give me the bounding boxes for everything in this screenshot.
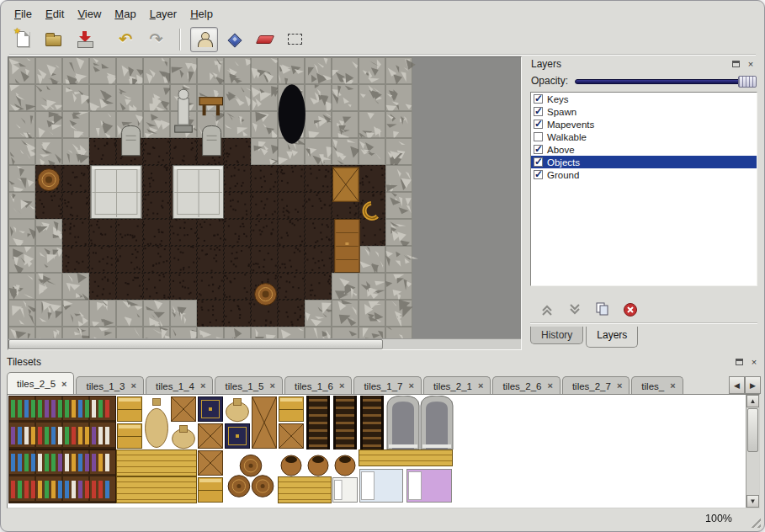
scroll-tabs-right-button[interactable]: ▶	[745, 376, 761, 394]
tileset-tab[interactable]: tiles_2_6 ×	[492, 376, 560, 395]
tileset-tab[interactable]: tiles_2_7 ×	[562, 376, 630, 395]
layer-visibility-checkbox[interactable]	[534, 170, 543, 179]
window-resize-grip[interactable]	[748, 515, 761, 528]
stamp-tool-button[interactable]	[190, 27, 218, 52]
save-button[interactable]	[70, 27, 98, 52]
stamp-tool-icon	[197, 32, 212, 47]
tileset-tab[interactable]: tiles_1_4 ×	[146, 376, 213, 395]
layer-visibility-checkbox[interactable]	[534, 157, 543, 167]
layer-row[interactable]: Above	[531, 143, 757, 156]
tilesets-panel-title: Tilesets	[7, 356, 730, 368]
tileset-tab[interactable]: tiles_ ×	[631, 376, 683, 395]
menu-item[interactable]: Layer	[143, 6, 184, 22]
layers-panel-title: Layers	[531, 58, 726, 70]
layers-panel-tabs: History Layers	[530, 327, 640, 348]
layer-row[interactable]: Mapevents	[531, 118, 757, 130]
scroll-up-button[interactable]: ▲	[746, 395, 759, 407]
tab-close-icon[interactable]: ×	[478, 381, 483, 391]
tab-close-icon[interactable]: ×	[617, 381, 622, 391]
layer-visibility-checkbox[interactable]	[534, 120, 543, 129]
layer-row[interactable]: Ground	[531, 168, 757, 181]
layer-row[interactable]: Spawn	[531, 105, 757, 118]
new-file-button[interactable]	[9, 27, 37, 52]
tileset-tab-scroll: ◀ ▶	[729, 376, 761, 394]
panel-tab[interactable]: Layers	[586, 327, 638, 348]
undo-icon: ↶	[120, 31, 133, 47]
layer-row[interactable]: Keys	[531, 93, 757, 105]
scroll-down-button[interactable]: ▼	[746, 495, 759, 508]
float-panel-icon[interactable]	[733, 357, 745, 368]
tab-close-icon[interactable]: ×	[61, 380, 66, 389]
open-button[interactable]	[40, 27, 67, 52]
menu-item[interactable]: File	[8, 6, 39, 22]
fill-tool-icon	[227, 33, 242, 47]
new-file-icon	[17, 31, 29, 47]
tileset-tab[interactable]: tiles_1_3 ×	[76, 376, 143, 395]
down-arrow-icon: ▼	[750, 497, 757, 505]
layer-row[interactable]: Walkable	[531, 130, 757, 143]
tab-close-icon[interactable]: ×	[339, 381, 344, 391]
layer-label: Above	[547, 145, 575, 155]
tileset-tab[interactable]: tiles_1_7 ×	[353, 376, 421, 395]
panel-tab[interactable]: History	[530, 327, 583, 344]
tileset-tab-label: tiles_1_4	[156, 381, 194, 391]
tileset-content[interactable]: ▲ ▼	[7, 394, 760, 508]
move-layer-up-button[interactable]	[537, 300, 557, 320]
tilesets-panel-header: Tilesets ×	[4, 354, 762, 370]
tab-close-icon[interactable]: ×	[670, 381, 675, 391]
tileset-vscrollbar-thumb[interactable]	[747, 408, 758, 452]
close-panel-icon[interactable]: ×	[748, 357, 760, 368]
menu-item[interactable]: View	[71, 6, 108, 22]
float-panel-icon[interactable]	[730, 59, 741, 70]
layer-visibility-checkbox[interactable]	[534, 132, 543, 141]
menu-item[interactable]: Help	[183, 6, 220, 22]
tileset-tabbar: tiles_2_5 × tiles_1_3 × tiles_1_4 × tile…	[7, 372, 727, 395]
map-hscrollbar-thumb[interactable]	[8, 339, 383, 349]
tileset-tab[interactable]: tiles_2_1 ×	[423, 376, 491, 395]
app-window: File Edit View Map Layer Help ↶ ↷ Laye	[0, 0, 765, 532]
fill-tool-button[interactable]	[220, 27, 248, 52]
layer-toolbar	[530, 296, 757, 323]
layer-label: Walkable	[547, 132, 587, 142]
duplicate-layer-button[interactable]	[592, 300, 613, 320]
layer-row[interactable]: Objects	[531, 156, 757, 168]
tileset-canvas[interactable]	[8, 396, 741, 507]
map-hscrollbar[interactable]	[8, 338, 521, 349]
opacity-slider-grip[interactable]	[738, 76, 757, 88]
scroll-tabs-left-button[interactable]: ◀	[729, 376, 745, 394]
layer-list: Keys Spawn Mapevents Walkable	[530, 92, 757, 286]
layer-visibility-checkbox[interactable]	[534, 145, 543, 154]
map-view[interactable]	[8, 56, 522, 350]
move-layer-down-button[interactable]	[565, 300, 585, 320]
menu-item[interactable]: Map	[108, 6, 142, 22]
tileset-tab[interactable]: tiles_1_5 ×	[215, 376, 282, 395]
delete-layer-button[interactable]	[620, 300, 640, 320]
tileset-tab-label: tiles_1_7	[364, 381, 402, 391]
tileset-tab[interactable]: tiles_1_6 ×	[284, 376, 352, 395]
redo-icon: ↷	[150, 31, 163, 47]
layer-label: Ground	[547, 170, 579, 180]
tab-close-icon[interactable]: ×	[131, 381, 136, 391]
tileset-vscrollbar[interactable]: ▲ ▼	[746, 395, 759, 508]
layer-visibility-checkbox[interactable]	[534, 107, 543, 116]
close-panel-icon[interactable]: ×	[745, 59, 757, 70]
eraser-tool-button[interactable]	[251, 27, 279, 52]
map-canvas[interactable]	[8, 57, 521, 338]
menu-bar: File Edit View Map Layer Help	[8, 4, 220, 23]
select-tool-button[interactable]	[281, 27, 309, 52]
tileset-tab-label: tiles_2_5	[17, 379, 56, 389]
tab-close-icon[interactable]: ×	[408, 381, 413, 391]
layers-panel: Layers × Opacity: Keys Spawn	[529, 56, 759, 350]
tileset-tab-label: tiles_2_6	[502, 381, 541, 391]
undo-button[interactable]: ↶	[112, 27, 140, 52]
menu-item[interactable]: Edit	[39, 6, 71, 22]
opacity-slider[interactable]	[575, 75, 757, 88]
tab-close-icon[interactable]: ×	[547, 381, 552, 391]
tab-close-icon[interactable]: ×	[200, 381, 205, 391]
tileset-tab[interactable]: tiles_2_5 ×	[7, 372, 74, 395]
tab-close-icon[interactable]: ×	[270, 381, 275, 391]
tileset-tab-label: tiles_1_6	[295, 381, 333, 391]
move-down-icon	[567, 303, 582, 317]
redo-button[interactable]: ↷	[142, 27, 170, 52]
layer-visibility-checkbox[interactable]	[534, 94, 543, 104]
